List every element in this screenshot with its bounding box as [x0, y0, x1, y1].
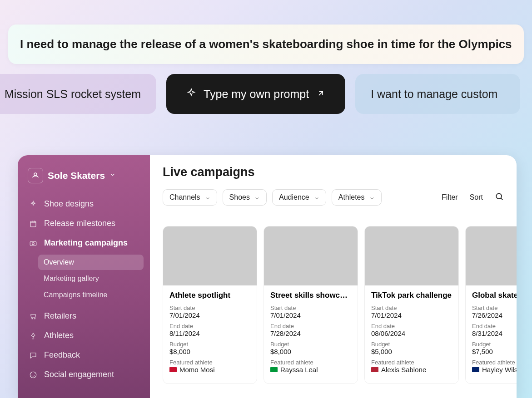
- campaign-image: [466, 226, 517, 285]
- end-date-value: 7/28/2024: [270, 329, 351, 337]
- campaign-image: [163, 226, 257, 285]
- filter-button[interactable]: Filter: [442, 193, 458, 201]
- campaign-image: [365, 226, 458, 285]
- filter-audience[interactable]: Audience: [272, 189, 326, 206]
- smile-icon: [29, 371, 38, 379]
- featured-label: Featured athlete: [270, 359, 351, 366]
- flag-icon: [371, 367, 378, 372]
- sort-button[interactable]: Sort: [470, 193, 483, 201]
- sidebar-item-retailers[interactable]: Retailers: [24, 306, 144, 326]
- filter-athletes[interactable]: Athletes: [332, 189, 382, 206]
- budget-label: Budget: [472, 341, 517, 348]
- main-panel: Live campaigns ChannelsShoesAudienceAthl…: [150, 155, 517, 398]
- campaign-title: TikTok park challenge: [371, 291, 452, 300]
- filter-label: Athletes: [338, 193, 365, 201]
- sidebar-sub-overview[interactable]: Overview: [38, 255, 144, 270]
- end-date-value: 08/06/2024: [371, 329, 452, 337]
- budget-label: Budget: [270, 341, 351, 348]
- sidebar-item-label: Release milestones: [44, 219, 115, 228]
- end-date-label: End date: [169, 323, 250, 329]
- sidebar-sub-marketing-gallery[interactable]: Marketing gallery: [38, 271, 144, 286]
- campaign-card[interactable]: Street skills showcaseStart date7/01/202…: [264, 226, 358, 384]
- sidebar-item-label: Athletes: [44, 331, 74, 340]
- campaign-icon: [29, 239, 38, 247]
- filter-label: Channels: [169, 193, 200, 201]
- workspace-switcher[interactable]: Sole Skaters: [24, 165, 144, 186]
- sidebar-item-label: Shoe designs: [44, 199, 94, 209]
- workspace-name: Sole Skaters: [48, 170, 105, 181]
- featured-athlete: Alexis Sablone: [371, 366, 452, 373]
- end-date-label: End date: [472, 323, 517, 329]
- cart-icon: [29, 312, 38, 320]
- end-date-value: 8/11/2024: [169, 329, 250, 337]
- sidebar-item-release-milestones[interactable]: Release milestones: [24, 214, 144, 233]
- svg-point-3: [30, 372, 36, 378]
- sidebar-item-athletes[interactable]: Athletes: [24, 326, 144, 345]
- featured-label: Featured athlete: [371, 359, 452, 366]
- campaign-cards: Athlete spotlightStart date7/01/2024End …: [163, 226, 517, 384]
- end-date-value: 8/31/2024: [472, 329, 517, 337]
- featured-label: Featured athlete: [169, 359, 250, 366]
- campaign-title: Street skills showcase: [270, 291, 351, 300]
- person-icon: [29, 332, 38, 340]
- page-title: Live campaigns: [163, 165, 517, 179]
- campaign-title: Global skatebo: [472, 291, 517, 300]
- sidebar: Sole Skaters Shoe designsRelease milesto…: [18, 155, 150, 398]
- svg-point-4: [496, 193, 502, 199]
- flag-icon: [472, 367, 479, 372]
- sparkle-icon: [29, 200, 38, 208]
- sidebar-item-label: Retailers: [44, 311, 76, 321]
- type-own-prompt-button[interactable]: Type my own prompt: [166, 74, 345, 114]
- filter-label: Shoes: [229, 193, 250, 201]
- flag-icon: [169, 367, 177, 372]
- sidebar-item-marketing-campaigns[interactable]: Marketing campaigns: [24, 233, 144, 253]
- suggestion-row: Mission SLS rocket system Type my own pr…: [0, 74, 532, 114]
- start-date-label: Start date: [472, 305, 517, 311]
- budget-value: $7,500: [472, 348, 517, 355]
- budget-value: $5,000: [371, 348, 452, 355]
- arrow-icon: [316, 88, 325, 101]
- calendar-icon: [29, 220, 38, 228]
- featured-athlete: Rayssa Leal: [270, 366, 351, 373]
- nav-list: Shoe designsRelease milestonesMarketing …: [24, 194, 144, 384]
- campaign-title: Athlete spotlight: [169, 291, 250, 300]
- sidebar-item-label: Marketing campaigns: [44, 238, 128, 248]
- search-icon[interactable]: [495, 192, 504, 203]
- campaign-card[interactable]: Global skateboStart date7/26/2024End dat…: [465, 226, 517, 384]
- toolbar: ChannelsShoesAudienceAthletes Filter Sor…: [163, 189, 517, 214]
- campaign-card[interactable]: TikTok park challengeStart date7/01/2024…: [364, 226, 459, 384]
- campaign-card[interactable]: Athlete spotlightStart date7/01/2024End …: [163, 226, 257, 384]
- end-date-label: End date: [270, 323, 351, 329]
- sidebar-item-feedback[interactable]: Feedback: [24, 345, 144, 365]
- featured-label: Featured athlete: [472, 359, 517, 366]
- suggestion-chip-left[interactable]: Mission SLS rocket system: [0, 74, 156, 114]
- sidebar-item-social-engagement[interactable]: Social engagement: [24, 365, 144, 384]
- start-date-value: 7/01/2024: [270, 311, 351, 319]
- svg-rect-0: [30, 221, 36, 226]
- featured-athlete: Hayley Wilson: [472, 366, 517, 373]
- sparkle-icon: [186, 88, 196, 101]
- sidebar-item-shoe-designs[interactable]: Shoe designs: [24, 194, 144, 214]
- svg-rect-1: [30, 241, 36, 246]
- suggestion-chip-right[interactable]: I want to manage custom: [355, 74, 520, 114]
- start-date-label: Start date: [270, 305, 351, 311]
- filter-group: ChannelsShoesAudienceAthletes: [163, 189, 382, 206]
- start-date-label: Start date: [169, 305, 250, 311]
- end-date-label: End date: [371, 323, 452, 329]
- app-window: Sole Skaters Shoe designsRelease milesto…: [18, 155, 517, 398]
- svg-point-2: [32, 242, 35, 245]
- start-date-label: Start date: [371, 305, 452, 311]
- chat-icon: [29, 351, 38, 359]
- filter-channels[interactable]: Channels: [163, 189, 217, 206]
- workspace-icon: [28, 168, 43, 183]
- sidebar-sub-campaigns-timeline[interactable]: Campaigns timeline: [38, 287, 144, 303]
- sidebar-item-label: Social engagement: [44, 370, 114, 379]
- campaign-image: [264, 226, 358, 285]
- featured-athlete: Momo Mosi: [169, 366, 250, 373]
- budget-value: $8,000: [169, 348, 250, 355]
- budget-label: Budget: [371, 341, 452, 348]
- budget-value: $8,000: [270, 348, 351, 355]
- filter-shoes[interactable]: Shoes: [223, 189, 267, 206]
- main-prompt[interactable]: I need to manage the release of a women'…: [8, 25, 524, 64]
- sidebar-item-label: Feedback: [44, 350, 80, 360]
